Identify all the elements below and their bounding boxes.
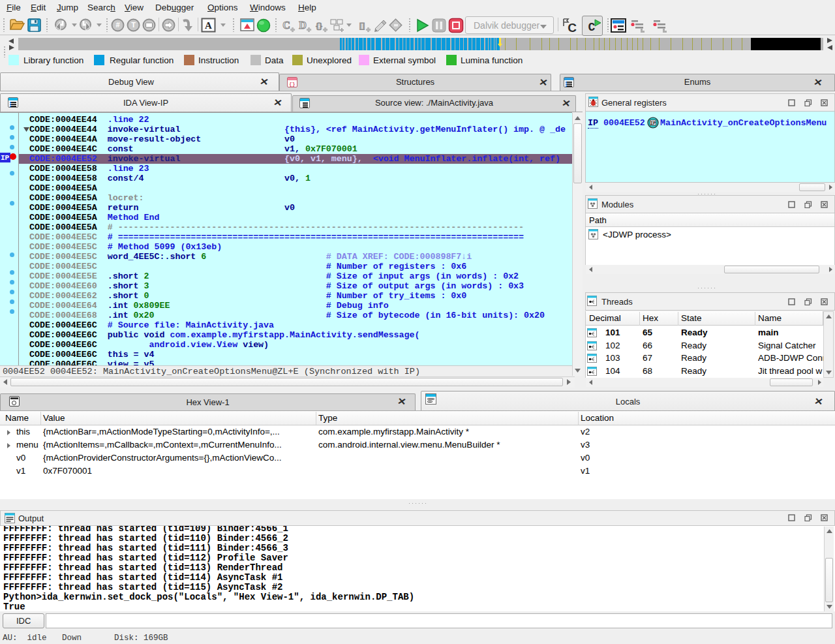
svg-text:D: D [299,20,307,31]
svg-text:[]: [] [359,21,365,31]
svg-text:C: C [568,21,577,35]
svg-text:C: C [282,20,290,31]
svg-text:#: # [115,21,119,29]
svg-text:{}: {} [316,21,322,31]
svg-text:T: T [131,21,136,29]
svg-text:A: A [205,20,212,31]
svg-text:C: C [588,21,596,34]
svg-text:IP: IP [650,121,656,126]
